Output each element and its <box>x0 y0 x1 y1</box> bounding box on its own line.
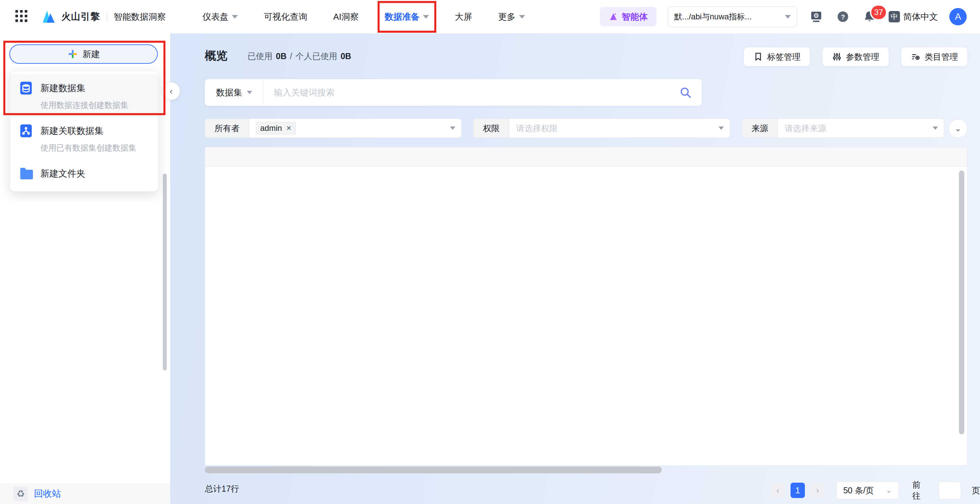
parameter-management-button[interactable]: 参数管理 <box>822 48 889 66</box>
create-menu: 新建数据集使用数据连接创建数据集新建关联数据集使用已有数据集创建数据集新建文件夹 <box>10 71 158 191</box>
agent-icon: ✦ <box>608 12 619 22</box>
menu-item-new-dataset[interactable]: 新建数据集使用数据连接创建数据集 <box>10 75 158 117</box>
expand-filters-button[interactable]: ⌄ <box>949 119 967 138</box>
page-title: 概览 <box>205 48 228 64</box>
help-icon: ? <box>836 10 850 23</box>
recycle-bin-item[interactable]: ♻ 回收站 <box>0 483 170 504</box>
menu-item-new-folder[interactable]: 新建文件夹 <box>10 160 158 188</box>
goto-page-input[interactable] <box>939 481 961 499</box>
bookmark-icon <box>753 52 763 62</box>
avatar[interactable]: A <box>949 8 967 26</box>
svg-text:✦: ✦ <box>614 12 616 16</box>
notifications-button[interactable]: 37 <box>862 9 877 24</box>
nav-item-label: 可视化查询 <box>264 11 307 23</box>
recycle-icon: ♻ <box>13 486 28 501</box>
usage-value: 0B <box>276 51 286 61</box>
filter-owner-tag: admin ✕ <box>256 122 296 134</box>
brand-name: 火山引擎 <box>61 10 100 23</box>
agent-label: 智能体 <box>622 11 648 23</box>
sidebar: 新建 新建数据集使用数据连接创建数据集新建关联数据集使用已有数据集创建数据集新建… <box>0 33 170 504</box>
filter-source-label: 来源 <box>742 119 778 137</box>
nav-item-label: AI洞察 <box>333 11 359 23</box>
chevron-down-icon <box>719 126 724 130</box>
goto-label: 前往 <box>912 479 928 501</box>
sidebar-scrollbar[interactable] <box>163 174 167 370</box>
filter-owner[interactable]: 所有者 admin ✕ <box>205 118 461 138</box>
notification-badge: 37 <box>870 4 887 20</box>
chevron-down-icon <box>423 15 429 19</box>
nav-item-label: 大屏 <box>455 11 473 23</box>
menu-item-label: 新建文件夹 <box>40 166 85 181</box>
top-bar: 火山引擎 智能数据洞察 仪表盘可视化查询AI洞察数据准备大屏更多 ✦ 智能体 默… <box>0 0 980 33</box>
filter-permission[interactable]: 权限 请选择权限 <box>473 118 730 138</box>
current-page-button[interactable]: 1 <box>791 483 805 498</box>
primary-nav: 仪表盘可视化查询AI洞察数据准备大屏更多 <box>202 11 525 23</box>
nav-item-5[interactable]: 大屏 <box>455 11 473 23</box>
linked-dataset-icon <box>18 123 34 139</box>
new-button[interactable]: 新建 <box>10 45 158 64</box>
sidebar-collapse-button[interactable]: ‹ <box>162 82 180 100</box>
horizontal-scrollbar[interactable] <box>205 467 662 473</box>
nav-item-4[interactable]: 数据准备 <box>385 11 429 23</box>
pagination: ‹ 1 › 50 条/页 ⌄ 前往 页 <box>770 479 980 501</box>
remove-tag-icon[interactable]: ✕ <box>286 124 291 132</box>
menu-item-label: 新建数据集 <box>40 80 129 96</box>
menu-item-description: 使用数据连接创建数据集 <box>40 100 129 110</box>
workspace-select[interactable]: 默.../abi与nuwa指标... <box>668 6 797 27</box>
chevron-down-icon <box>232 15 238 19</box>
chevron-down-icon <box>450 126 455 130</box>
search-scope-label: 数据集 <box>216 87 242 99</box>
nav-item-3[interactable]: AI洞察 <box>333 11 359 23</box>
agent-button[interactable]: ✦ 智能体 <box>600 7 657 26</box>
nav-item-2[interactable]: 可视化查询 <box>264 11 307 23</box>
filter-source[interactable]: 来源 请选择来源 <box>742 118 944 138</box>
chevron-down-icon <box>932 126 938 130</box>
language-switcher[interactable]: 中 简体中文 <box>889 11 938 23</box>
tool-button-label: 参数管理 <box>846 51 879 62</box>
help-button[interactable]: ? <box>835 9 851 24</box>
console-icon <box>810 10 823 23</box>
dataset-table <box>205 147 967 466</box>
goto-unit: 页 <box>972 485 980 496</box>
filter-permission-label: 权限 <box>474 119 509 137</box>
new-button-label: 新建 <box>83 48 100 60</box>
search-bar: 数据集 输入关键词搜索 <box>205 79 702 106</box>
usage-summary: 已使用 0B / 个人已使用 0B <box>248 51 351 62</box>
tool-button-label: 标签管理 <box>767 51 800 62</box>
search-icon[interactable] <box>679 86 692 99</box>
vertical-scrollbar[interactable] <box>959 171 964 434</box>
filter-source-placeholder: 请选择来源 <box>784 123 826 134</box>
page-size-select[interactable]: 50 条/页 ⌄ <box>836 481 899 499</box>
apps-grid-icon[interactable] <box>15 10 29 23</box>
chevron-down-icon <box>785 15 791 19</box>
workspace-value: 默.../abi与nuwa指标... <box>674 11 751 22</box>
filter-owner-value: admin <box>260 123 282 133</box>
table-header <box>205 147 967 167</box>
plus-icon <box>67 49 78 59</box>
filter-permission-placeholder: 请选择权限 <box>516 123 558 134</box>
usage-personal-value: 0B <box>340 51 351 61</box>
nav-item-6[interactable]: 更多 <box>498 11 525 23</box>
console-button[interactable] <box>808 9 824 24</box>
menu-item-label: 新建关联数据集 <box>40 123 137 139</box>
product-name: 智能数据洞察 <box>114 11 166 23</box>
search-input[interactable]: 输入关键词搜索 <box>264 87 679 99</box>
app-root: 概览 已使用 0B / 个人已使用 0B 标签管理参数管理类目管理 数据集 输入… <box>0 0 980 504</box>
recycle-label: 回收站 <box>34 488 61 500</box>
next-page-button[interactable]: › <box>810 483 825 498</box>
svg-text:?: ? <box>841 13 845 21</box>
menu-item-new-linked-dataset[interactable]: 新建关联数据集使用已有数据集创建数据集 <box>10 117 158 160</box>
nav-item-label: 更多 <box>498 11 516 23</box>
filter-owner-label: 所有者 <box>205 119 249 137</box>
tag-management-button[interactable]: 标签管理 <box>744 48 810 66</box>
nav-item-1[interactable]: 仪表盘 <box>202 11 238 23</box>
usage-separator: / <box>290 51 292 61</box>
nav-item-label: 仪表盘 <box>202 11 229 23</box>
list-gear-icon <box>911 52 921 62</box>
topbar-right: ✦ 智能体 默.../abi与nuwa指标... ? <box>600 0 980 33</box>
sliders-icon <box>832 52 842 62</box>
search-scope-select[interactable]: 数据集 <box>205 87 264 99</box>
prev-page-button[interactable]: ‹ <box>770 483 785 498</box>
usage-prefix: 已使用 <box>248 51 272 62</box>
category-management-button[interactable]: 类目管理 <box>901 48 967 66</box>
